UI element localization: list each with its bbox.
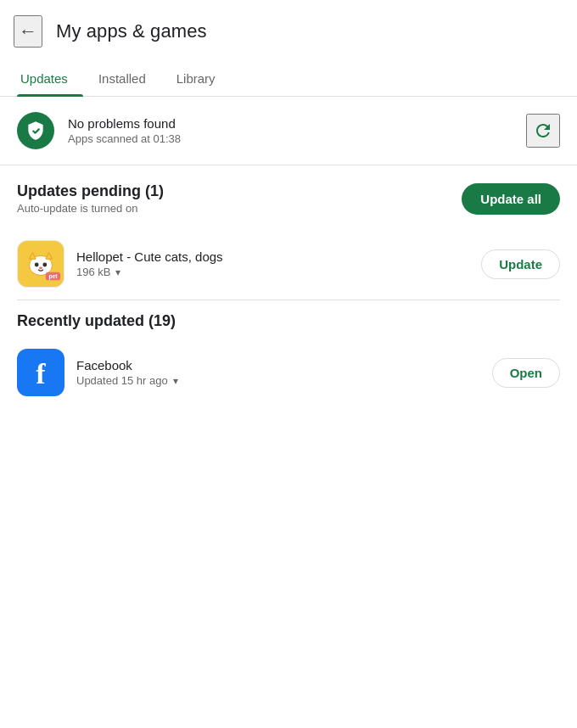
hellopet-app-name: Hellopet - Cute cats, dogs — [76, 249, 469, 264]
security-banner: No problems found Apps scanned at 01:38 — [0, 97, 577, 165]
back-arrow-icon: ← — [19, 20, 37, 42]
tab-updates[interactable]: Updates — [17, 59, 83, 96]
facebook-app-icon: f — [17, 349, 64, 396]
tab-installed[interactable]: Installed — [95, 59, 161, 96]
shield-icon — [17, 112, 54, 149]
updates-pending-title: Updates pending (1) — [17, 182, 164, 200]
recently-updated-title: Recently updated (19) — [17, 312, 560, 330]
facebook-app-name: Facebook — [76, 358, 480, 372]
refresh-button[interactable] — [526, 114, 560, 148]
facebook-app-updated: Updated 15 hr ago — [76, 374, 168, 387]
security-text: No problems found Apps scanned at 01:38 — [68, 116, 513, 145]
facebook-app-item: f Facebook Updated 15 hr ago ▾ Open — [0, 337, 577, 408]
facebook-app-info: Facebook Updated 15 hr ago ▾ — [76, 358, 480, 387]
tabs-bar: Updates Installed Library — [0, 59, 577, 97]
svg-point-5 — [42, 263, 47, 267]
page-title: My apps & games — [56, 20, 207, 42]
updates-pending-section: Updates pending (1) Auto-update is turne… — [0, 165, 577, 228]
recently-updated-section: Recently updated (19) — [0, 300, 577, 337]
hellopet-app-meta: 196 kB ▾ — [76, 266, 469, 278]
tab-library[interactable]: Library — [173, 59, 231, 96]
hellopet-app-info: Hellopet - Cute cats, dogs 196 kB ▾ — [76, 249, 469, 278]
refresh-icon — [533, 120, 553, 141]
header: ← My apps & games — [0, 0, 577, 59]
facebook-chevron-icon[interactable]: ▾ — [173, 375, 178, 387]
security-title: No problems found — [68, 116, 513, 131]
pending-app-item: pet Hellopet - Cute cats, dogs 196 kB ▾ … — [0, 228, 577, 300]
auto-update-text: Auto-update is turned on — [17, 202, 164, 215]
hellopet-update-button[interactable]: Update — [481, 249, 560, 279]
facebook-app-meta: Updated 15 hr ago ▾ — [76, 374, 480, 387]
svg-text:pet: pet — [48, 273, 58, 280]
hellopet-app-icon: pet — [17, 240, 64, 288]
svg-point-6 — [39, 266, 42, 269]
hellopet-chevron-icon[interactable]: ▾ — [115, 266, 120, 278]
svg-point-4 — [35, 263, 39, 267]
back-button[interactable]: ← — [14, 15, 42, 48]
security-subtitle: Apps scanned at 01:38 — [68, 132, 513, 145]
updates-pending-header: Updates pending (1) Auto-update is turne… — [17, 182, 560, 215]
facebook-open-button[interactable]: Open — [492, 358, 560, 388]
hellopet-app-size: 196 kB — [76, 266, 110, 278]
facebook-f-letter: f — [36, 360, 45, 389]
update-all-button[interactable]: Update all — [462, 183, 560, 215]
